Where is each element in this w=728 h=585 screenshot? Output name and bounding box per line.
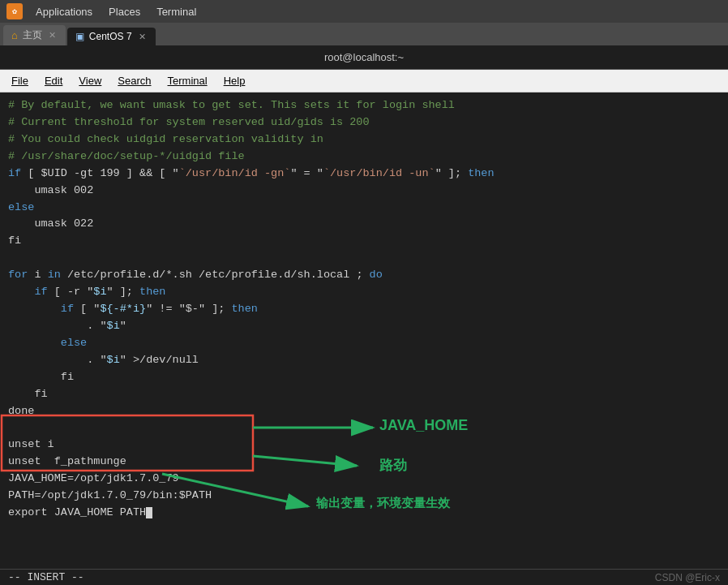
code-line-1: # By default, we want umask to get set. … — [8, 97, 720, 114]
code-line-17: fi — [8, 386, 720, 403]
code-line-10: for i in /etc/profile.d/*.sh /etc/profil… — [8, 267, 720, 284]
code-line-11: if [ -r "$i" ]; then — [8, 284, 720, 301]
terminal-content[interactable]: # By default, we want umask to get set. … — [0, 92, 728, 585]
code-line-20: unset f_pathmunge — [8, 454, 720, 471]
insert-mode-indicator: -- INSERT -- — [8, 571, 84, 583]
watermark: CSDN @Eric-x — [655, 572, 720, 583]
code-line-blank1 — [8, 250, 720, 267]
menu-terminal[interactable]: Terminal — [163, 72, 212, 89]
tab-centos-label: CentOS 7 — [89, 31, 132, 42]
menu-edit[interactable]: Edit — [40, 72, 67, 89]
tab-home-label: 主页 — [23, 28, 42, 42]
code-line-6: umask 002 — [8, 183, 720, 200]
export-annotation: 输出变量，环境变量生效 — [316, 496, 450, 511]
menu-file[interactable]: File — [6, 72, 33, 89]
code-line-java-home: JAVA_HOME=/opt/jdk1.7.0_79 — [8, 471, 720, 488]
code-line-4: # /usr/share/doc/setup-*/uidgid file — [8, 148, 720, 166]
menu-view[interactable]: View — [74, 72, 106, 89]
terminal-menu[interactable]: Terminal — [153, 4, 199, 19]
title-text: root@localhost:~ — [324, 51, 404, 63]
code-line-12: if [ "${-#*i}" != "$-" ]; then — [8, 301, 720, 318]
code-line-3: # You could check uidgid reservation val… — [8, 131, 720, 148]
code-line-18: done — [8, 403, 720, 420]
terminal-icon: ▣ — [75, 31, 84, 42]
code-line-9: fi — [8, 233, 720, 250]
title-bar: root@localhost:~ — [0, 45, 728, 70]
java-home-annotation: JAVA_HOME — [379, 417, 468, 434]
path-annotation: 路劲 — [379, 456, 407, 475]
code-line-14: else — [8, 335, 720, 352]
code-line-5: if [ $UID -gt 199 ] && [ "`/usr/bin/id -… — [8, 166, 720, 183]
places-menu[interactable]: Places — [105, 4, 143, 19]
menu-bar: File Edit View Search Terminal Help — [0, 70, 728, 92]
tab-centos[interactable]: ▣ CentOS 7 ✕ — [67, 28, 156, 45]
code-line-8: umask 022 — [8, 216, 720, 233]
code-line-13: . "$i" — [8, 318, 720, 335]
system-bar: ✿ Applications Places Terminal — [0, 0, 728, 23]
code-line-15: . "$i" >/dev/null — [8, 352, 720, 369]
code-line-blank2 — [8, 420, 720, 437]
tab-bar: ⌂ 主页 ✕ ▣ CentOS 7 ✕ — [0, 23, 728, 45]
menu-search[interactable]: Search — [113, 72, 156, 89]
code-line-16: fi — [8, 369, 720, 386]
tab-home[interactable]: ⌂ 主页 ✕ — [3, 25, 66, 45]
tab-home-close[interactable]: ✕ — [47, 30, 58, 41]
menu-help[interactable]: Help — [219, 72, 251, 89]
status-bar: -- INSERT -- CSDN @Eric-x — [0, 569, 728, 585]
system-icon: ✿ — [6, 3, 23, 19]
code-line-7: else — [8, 200, 720, 217]
applications-menu[interactable]: Applications — [32, 4, 96, 19]
home-icon: ⌂ — [11, 29, 18, 41]
code-line-19: unset i — [8, 437, 720, 454]
tab-centos-close[interactable]: ✕ — [137, 32, 148, 42]
code-line-2: # Current threshold for system reserved … — [8, 114, 720, 131]
